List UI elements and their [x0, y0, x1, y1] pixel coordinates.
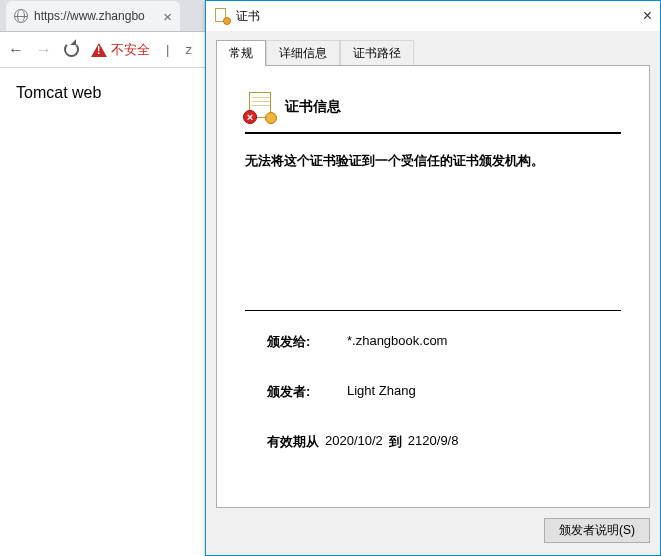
tab-details[interactable]: 详细信息: [266, 40, 340, 66]
certificate-status-icon: ×: [245, 92, 275, 122]
cert-info-header: × 证书信息: [245, 92, 621, 122]
dialog-titlebar[interactable]: 证书 ×: [206, 1, 660, 31]
valid-from-value: 2020/10/2: [325, 433, 383, 451]
certificate-icon: [214, 8, 230, 24]
issuer-value: Light Zhang: [347, 383, 621, 401]
issued-to-value: *.zhangbook.com: [347, 333, 621, 351]
globe-icon: [14, 9, 28, 23]
issued-to-label: 颁发给:: [267, 333, 347, 351]
error-badge-icon: ×: [243, 110, 257, 124]
tab-title: https://www.zhangbo: [34, 9, 157, 23]
warning-triangle-icon: [91, 43, 107, 57]
address-fragment: z: [185, 42, 192, 57]
field-validity: 有效期从 2020/10/2 到 2120/9/8: [267, 429, 621, 469]
security-indicator[interactable]: 不安全: [91, 41, 150, 59]
browser-tab[interactable]: https://www.zhangbo ×: [6, 1, 180, 31]
field-issuer: 颁发者: Light Zhang: [245, 379, 621, 429]
tab-close-button[interactable]: ×: [163, 9, 172, 24]
seal-badge-icon: [265, 112, 277, 124]
dialog-tabs: 常规 详细信息 证书路径: [216, 39, 650, 65]
reload-icon[interactable]: [64, 42, 79, 57]
cert-info-title: 证书信息: [285, 98, 341, 116]
tab-panel-general: × 证书信息 无法将这个证书验证到一个受信任的证书颁发机构。 颁发给: *.zh…: [216, 65, 650, 508]
tab-general[interactable]: 常规: [216, 40, 266, 66]
not-secure-label: 不安全: [111, 41, 150, 59]
valid-to-label: 到: [389, 433, 402, 451]
certificate-dialog: 证书 × 常规 详细信息 证书路径 × 证书信息 无法将这个证书验证到一个受信任…: [205, 0, 661, 556]
dialog-client-area: 常规 详细信息 证书路径 × 证书信息 无法将这个证书验证到一个受信任的证书颁发…: [206, 31, 660, 555]
valid-from-label: 有效期从: [267, 433, 319, 451]
issuer-statement-button[interactable]: 颁发者说明(S): [544, 518, 650, 543]
nav-forward-button[interactable]: →: [36, 42, 52, 58]
tab-cert-path[interactable]: 证书路径: [340, 40, 414, 66]
address-divider: |: [166, 42, 169, 57]
divider: [245, 132, 621, 134]
dialog-close-button[interactable]: ×: [643, 7, 652, 25]
dialog-title: 证书: [236, 8, 260, 25]
nav-back-button[interactable]: ←: [8, 42, 24, 58]
field-issued-to: 颁发给: *.zhangbook.com: [245, 329, 621, 379]
divider: [245, 310, 621, 311]
issuer-label: 颁发者:: [267, 383, 347, 401]
cert-warning-message: 无法将这个证书验证到一个受信任的证书颁发机构。: [245, 152, 621, 170]
valid-to-value: 2120/9/8: [408, 433, 459, 451]
dialog-footer: 颁发者说明(S): [216, 518, 650, 543]
